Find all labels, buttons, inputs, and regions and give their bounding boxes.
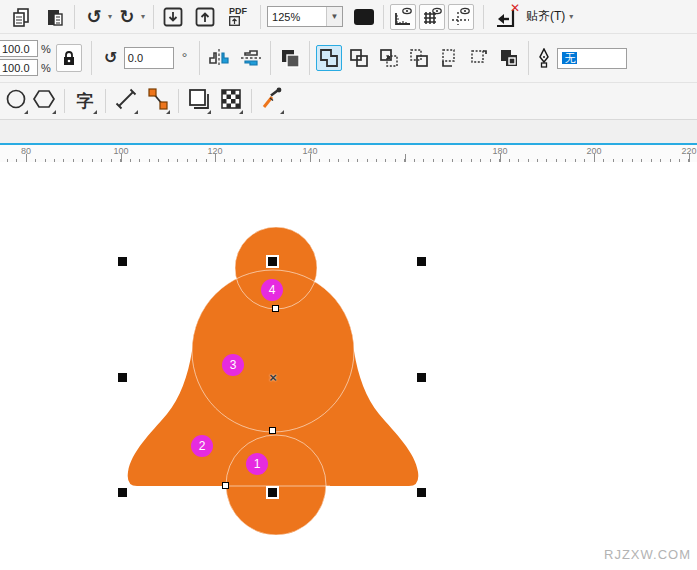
selection-handle-mid-right[interactable] — [417, 373, 426, 382]
redo-dropdown-caret[interactable]: ▾ — [141, 12, 145, 21]
ruler-label: 220 — [681, 146, 696, 156]
horizontal-ruler[interactable]: 80100120140180200220 — [0, 143, 697, 162]
show-grid-toggle[interactable] — [419, 4, 445, 30]
create-boundary-icon — [498, 47, 520, 69]
snap-off-icon: ✕ — [493, 5, 517, 29]
object-center-marker[interactable]: × — [269, 370, 277, 385]
ruler-label: 120 — [207, 146, 222, 156]
lock-ratio-button[interactable] — [56, 44, 82, 72]
separator — [251, 89, 252, 113]
create-boundary-button[interactable] — [496, 45, 522, 71]
curve-node[interactable] — [222, 482, 229, 489]
snap-off-button[interactable]: ✕ — [490, 4, 520, 30]
fullscreen-icon — [353, 8, 375, 26]
percent-label: % — [41, 43, 51, 55]
curve-node[interactable] — [272, 305, 279, 312]
back-minus-front-button[interactable] — [466, 45, 492, 71]
property-bar: 100.0 % 100.0 % ↺ 0.0 ° — [0, 34, 697, 83]
weld-icon — [318, 47, 340, 69]
guidelines-eye-icon — [450, 6, 472, 28]
bell-shape-graphic[interactable] — [0, 162, 530, 570]
document-area-strip — [0, 120, 697, 143]
order-icon — [279, 47, 301, 69]
trim-button[interactable] — [346, 45, 372, 71]
scale-h-field[interactable]: 100.0 — [0, 40, 38, 57]
ruler-label: 200 — [586, 146, 601, 156]
export-button[interactable] — [192, 4, 218, 30]
curve-node[interactable] — [269, 427, 276, 434]
scale-fields: 100.0 % 100.0 % — [0, 40, 51, 76]
selection-handle-bottom-center[interactable] — [266, 486, 279, 499]
ruler-label: 100 — [113, 146, 128, 156]
drawing-canvas[interactable]: × 1 2 3 4 RJZXW.COM — [0, 162, 697, 570]
ruler-label: 80 — [21, 146, 31, 156]
outline-width-combobox[interactable]: 无 — [557, 48, 627, 69]
publish-pdf-button[interactable]: PDF — [222, 4, 254, 30]
show-guidelines-toggle[interactable] — [448, 4, 474, 30]
snap-dropdown-caret[interactable]: ▾ — [569, 12, 573, 21]
red-x-icon: ✕ — [510, 1, 520, 15]
weld-button[interactable] — [316, 45, 342, 71]
connector-tool[interactable] — [144, 86, 172, 116]
step-badge-1: 1 — [246, 453, 268, 475]
selection-handle-bottom-left[interactable] — [118, 488, 127, 497]
zoom-level-combobox[interactable]: 125% ▼ — [267, 6, 343, 27]
selection-handle-bottom-right[interactable] — [417, 488, 426, 497]
separator — [270, 41, 271, 75]
transparency-tool[interactable] — [217, 86, 245, 116]
eyedropper-tool[interactable] — [258, 86, 286, 116]
export-icon — [194, 6, 216, 28]
separator — [153, 5, 154, 29]
step-badge-3: 3 — [222, 354, 244, 376]
text-tool[interactable]: 字 — [71, 86, 99, 116]
front-minus-back-button[interactable] — [436, 45, 462, 71]
fullscreen-preview-button[interactable] — [351, 4, 377, 30]
copy-button[interactable] — [8, 4, 34, 30]
back-minus-front-icon — [468, 47, 490, 69]
order-button[interactable] — [277, 45, 303, 71]
mirror-horizontal-icon — [207, 47, 231, 69]
ruler-eye-icon — [392, 6, 414, 28]
rotate-icon: ↺ — [98, 45, 124, 71]
separator — [64, 89, 65, 113]
paste-button[interactable] — [42, 4, 68, 30]
selection-handle-top-center[interactable] — [266, 255, 279, 268]
paste-icon — [44, 6, 66, 28]
simplify-button[interactable] — [406, 45, 432, 71]
polygon-tool[interactable] — [30, 86, 58, 116]
grid-eye-icon — [421, 6, 443, 28]
redo-button[interactable]: ↻ — [114, 4, 140, 30]
undo-dropdown-caret[interactable]: ▾ — [108, 12, 112, 21]
flyout-corner — [166, 110, 170, 114]
separator — [199, 41, 200, 75]
mirror-vertical-button[interactable] — [238, 45, 264, 71]
dimension-tool[interactable] — [112, 86, 140, 116]
separator — [528, 41, 529, 75]
flyout-corner — [134, 110, 138, 114]
flyout-corner — [52, 110, 56, 114]
flyout-corner — [24, 110, 28, 114]
scale-v-field[interactable]: 100.0 — [0, 59, 38, 76]
rotation-angle-field[interactable]: 0.0 — [124, 47, 174, 69]
selection-handle-top-left[interactable] — [118, 257, 127, 266]
trim-icon — [348, 47, 370, 69]
undo-icon: ↺ — [86, 8, 101, 26]
app-window: ↺ ▾ ↻ ▾ PDF 125% ▼ — [0, 0, 697, 570]
chevron-down-icon[interactable]: ▼ — [326, 7, 342, 26]
snap-to-label[interactable]: 贴齐(T) — [526, 8, 565, 25]
outline-width-value: 无 — [558, 51, 626, 66]
undo-button[interactable]: ↺ — [81, 4, 107, 30]
ellipse-tool[interactable] — [2, 86, 30, 116]
drop-shadow-tool[interactable] — [185, 86, 213, 116]
simplify-icon — [408, 47, 430, 69]
flyout-corner — [239, 110, 243, 114]
intersect-button[interactable] — [376, 45, 402, 71]
lock-icon — [61, 49, 77, 67]
selection-handle-top-right[interactable] — [417, 257, 426, 266]
selection-handle-mid-left[interactable] — [118, 373, 127, 382]
import-button[interactable] — [160, 4, 186, 30]
mirror-horizontal-button[interactable] — [206, 45, 232, 71]
separator — [260, 5, 261, 29]
separator — [105, 89, 106, 113]
show-rulers-toggle[interactable] — [390, 4, 416, 30]
